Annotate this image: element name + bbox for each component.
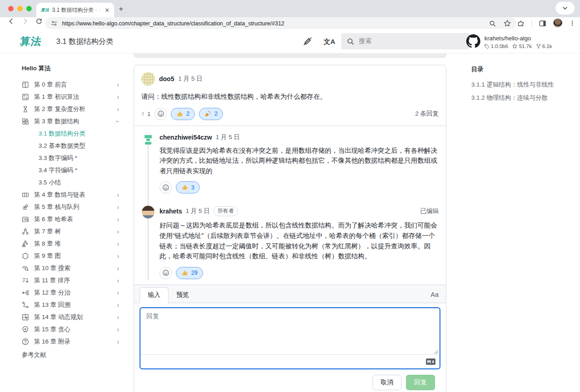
language-toggle-button[interactable]: 文A bbox=[324, 38, 335, 46]
reply-editor: 输入 预览 Aa 回复 取消 回复 bbox=[134, 285, 446, 392]
sidebar-item-3-1[interactable]: 3.1 数据结构分类 bbox=[22, 127, 119, 140]
party-popper-icon bbox=[204, 111, 211, 117]
greedy-icon bbox=[22, 326, 29, 333]
reply-author[interactable]: krahets bbox=[160, 208, 182, 215]
avatar[interactable] bbox=[141, 72, 155, 86]
upvote-button[interactable]: ↑ 1 bbox=[141, 110, 150, 117]
toolbar-collapse-button[interactable] bbox=[556, 2, 575, 15]
back-button[interactable] bbox=[7, 18, 14, 25]
smiley-icon bbox=[157, 110, 164, 117]
browser-menu-icon[interactable] bbox=[569, 19, 575, 27]
sidebar-item-chapter-15[interactable]: 第 15 章 贪心› bbox=[22, 323, 119, 335]
maximize-window-button[interactable] bbox=[26, 6, 32, 11]
avatar[interactable] bbox=[142, 133, 155, 145]
reaction-thumbs-up[interactable]: 3 bbox=[176, 181, 200, 194]
sidebar-item-chapter-5[interactable]: 第 5 章 栈与队列› bbox=[22, 201, 119, 213]
avatar[interactable] bbox=[142, 206, 155, 218]
sidebar-item-chapter-10[interactable]: 第 10 章 搜索› bbox=[22, 262, 119, 274]
sidebar-item-references[interactable]: 参考文献 bbox=[22, 348, 119, 361]
sidebar-item-chapter-6[interactable]: 第 6 章 哈希表› bbox=[22, 213, 119, 225]
owner-badge: 所有者 bbox=[213, 206, 238, 216]
reply-textarea[interactable]: 回复 bbox=[140, 308, 440, 354]
reaction-count: 29 bbox=[191, 270, 198, 276]
reaction-party[interactable]: 2 bbox=[199, 108, 223, 120]
sidebar-item-chapter-11[interactable]: 第 11 章 排序› bbox=[22, 274, 119, 286]
extensions-icon[interactable] bbox=[517, 19, 525, 27]
array-icon bbox=[22, 191, 29, 198]
sidebar-item-3-5[interactable]: 3.5 小结 bbox=[22, 176, 119, 189]
comment-author[interactable]: doo5 bbox=[159, 75, 174, 82]
refresh-button[interactable] bbox=[35, 18, 43, 25]
reply-submit-button[interactable]: 回复 bbox=[406, 375, 435, 390]
backtrack-icon bbox=[22, 301, 29, 309]
reply-date[interactable]: 1 月 5 日 bbox=[186, 207, 210, 215]
sidebar-item-chapter-4[interactable]: 第 4 章 数组与链表› bbox=[22, 189, 119, 201]
browser-tab[interactable]: 算法 3.1 数据结构分类 - Hello 算法 ✕ bbox=[36, 3, 114, 17]
sidebar-item-chapter-9[interactable]: 第 9 章 图› bbox=[22, 250, 119, 262]
side-panel-icon[interactable] bbox=[539, 19, 546, 27]
heap-icon bbox=[22, 240, 29, 247]
bookmark-star-icon[interactable] bbox=[503, 19, 511, 27]
tab-title: 3.1 数据结构分类 - Hello 算法 bbox=[52, 6, 101, 14]
cancel-button[interactable]: 取消 bbox=[372, 375, 401, 390]
tab-close-icon[interactable]: ✕ bbox=[104, 7, 111, 14]
reaction-count: 2 bbox=[186, 111, 189, 117]
sidebar-item-chapter-8[interactable]: 第 8 章 堆› bbox=[22, 237, 119, 250]
add-reaction-button[interactable] bbox=[160, 181, 172, 194]
sidebar-item-3-3[interactable]: 3.3 数字编码 * bbox=[22, 152, 119, 164]
chevron-right-icon: › bbox=[117, 289, 119, 296]
toc-item-3-1-2[interactable]: 3.1.2 物理结构：连续与分散 bbox=[471, 91, 554, 104]
search-input[interactable]: 搜索 bbox=[341, 33, 469, 49]
theme-toggle-button[interactable] bbox=[303, 36, 313, 46]
resize-handle-icon[interactable] bbox=[434, 350, 438, 354]
reply-author[interactable]: chenzhiwei54czw bbox=[160, 134, 212, 141]
add-reaction-button[interactable] bbox=[155, 108, 167, 120]
reaction-thumbs-up[interactable]: 29 bbox=[176, 267, 203, 279]
repo-widget[interactable]: krahets/hello-algo 1.0.0b6 51.7k 6.1k bbox=[466, 34, 552, 49]
chevron-right-icon: › bbox=[117, 301, 119, 309]
search-list-icon bbox=[22, 265, 29, 272]
reply-item: chenzhiwei54czw 1 月 5 日 我觉得应该是因为哈希表在没有冲突… bbox=[134, 126, 446, 199]
site-settings-icon[interactable] bbox=[51, 20, 58, 27]
reply-date[interactable]: 1 月 5 日 bbox=[216, 133, 240, 141]
sidebar-item-chapter-1[interactable]: 第 1 章 初识算法› bbox=[22, 91, 119, 103]
replies-thread: chenzhiwei54czw 1 月 5 日 我觉得应该是因为哈希表在没有冲突… bbox=[134, 126, 446, 285]
chevron-right-icon: › bbox=[117, 252, 119, 260]
stack-icon bbox=[22, 203, 29, 211]
sidebar-item-chapter-0[interactable]: 第 0 章 前言› bbox=[22, 78, 119, 91]
tree-icon bbox=[22, 228, 29, 235]
tab-write[interactable]: 输入 bbox=[140, 287, 169, 303]
text-size-icon[interactable]: Aa bbox=[430, 291, 439, 298]
zoom-icon[interactable] bbox=[489, 20, 496, 27]
browser-profile-avatar[interactable] bbox=[553, 19, 562, 28]
reaction-count: 3 bbox=[191, 184, 194, 191]
sidebar-item-chapter-7[interactable]: 第 7 章 树› bbox=[22, 225, 119, 237]
new-tab-button[interactable]: + bbox=[119, 5, 123, 14]
sidebar-item-chapter-13[interactable]: 第 13 章 回溯› bbox=[22, 299, 119, 311]
close-window-button[interactable] bbox=[8, 6, 14, 11]
sidebar-item-chapter-12[interactable]: 第 12 章 分治› bbox=[22, 286, 119, 299]
sidebar-item-3-4[interactable]: 3.4 字符编码 * bbox=[22, 164, 119, 176]
sidebar-item-3-2[interactable]: 3.2 基本数据类型 bbox=[22, 140, 119, 152]
site-logo[interactable]: 算法 bbox=[19, 34, 43, 48]
sidebar-item-chapter-3[interactable]: 第 3 章 数据结构› bbox=[22, 115, 119, 127]
chevron-right-icon: › bbox=[117, 314, 119, 321]
reaction-thumbs-up[interactable]: 2 bbox=[171, 108, 195, 120]
reply-body: 我觉得应该是因为哈希表在没有冲突之前，是用数组存储的，当出现哈希冲突之后，有各种… bbox=[160, 145, 439, 176]
add-reaction-button[interactable] bbox=[160, 267, 172, 279]
tab-preview[interactable]: 预览 bbox=[169, 288, 197, 303]
sidebar-item-chapter-16[interactable]: 第 16 章 附录› bbox=[22, 335, 119, 348]
address-bar[interactable]: https://www.hello-algo.com/chapter_data_… bbox=[45, 17, 517, 29]
minimize-window-button[interactable] bbox=[17, 6, 23, 11]
sidebar-item-chapter-14[interactable]: 第 14 章 动态规划› bbox=[22, 311, 119, 323]
url-text[interactable]: https://www.hello-algo.com/chapter_data_… bbox=[62, 20, 484, 27]
markdown-icon[interactable] bbox=[426, 358, 435, 365]
graph-icon bbox=[22, 252, 29, 260]
toc-item-3-1-1[interactable]: 3.1.1 逻辑结构：线性与非线性 bbox=[471, 78, 554, 91]
comment-date[interactable]: 1 月 5 日 bbox=[178, 75, 202, 83]
chevron-right-icon: › bbox=[117, 93, 119, 101]
forward-button[interactable] bbox=[22, 18, 29, 25]
sidebar-item-chapter-2[interactable]: 第 2 章 复杂度分析› bbox=[22, 103, 119, 115]
chevron-right-icon: › bbox=[117, 228, 119, 235]
browser-navbar: https://www.hello-algo.com/chapter_data_… bbox=[0, 17, 580, 29]
